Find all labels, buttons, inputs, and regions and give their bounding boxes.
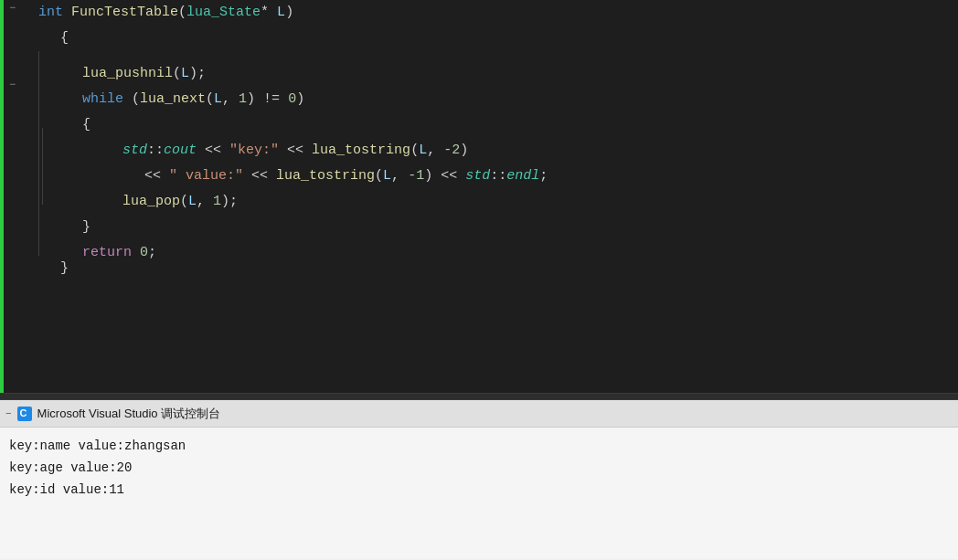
code-line-6: std::cout << "key:" << lua_tostring(L, -… [38,128,958,153]
collapse-icon-4[interactable]: − [9,79,16,91]
kw-int: int [38,0,63,26]
code-line-9: } [38,205,958,230]
code-line-1: int FuncTestTable(lua_State* L) [38,0,958,26]
console-line-2: key:age value:20 [9,457,949,479]
console-header: − Microsoft Visual Studio 调试控制台 [0,400,958,428]
code-line-5: { [38,102,958,128]
console-area: − Microsoft Visual Studio 调试控制台 key:name… [0,400,958,560]
code-line-10: return 0; [38,230,958,256]
code-content: int FuncTestTable(lua_State* L) { lua_pu… [38,0,958,393]
editor-area: − − int FuncTestTable(lua_State* L) { lu… [0,0,958,393]
code-line-7: << " value:" << lua_tostring(L, -1) << s… [38,153,958,179]
type-lua-state: lua_State [186,0,261,26]
code-line-4: while (lua_next(L, 1) != 0) [38,77,958,102]
code-line-3: lua_pushnil(L); [38,51,958,77]
code-line-11: } [38,256,958,281]
code-line-2: { [38,26,958,51]
param-L: L [277,0,285,26]
console-collapse-icon[interactable]: − [5,408,12,419]
console-title: Microsoft Visual Studio 调试控制台 [37,406,221,422]
console-line-1: key:name value:zhangsan [9,435,949,457]
divider [0,393,958,400]
code-line-8: lua_pop(L, 1); [38,179,958,205]
console-line-3: key:id value:11 [9,479,949,501]
console-app-icon [17,407,32,421]
fn-name: FuncTestTable [71,0,178,26]
collapse-icon-1[interactable]: − [9,2,16,15]
console-output: key:name value:zhangsan key:age value:20… [0,428,958,559]
